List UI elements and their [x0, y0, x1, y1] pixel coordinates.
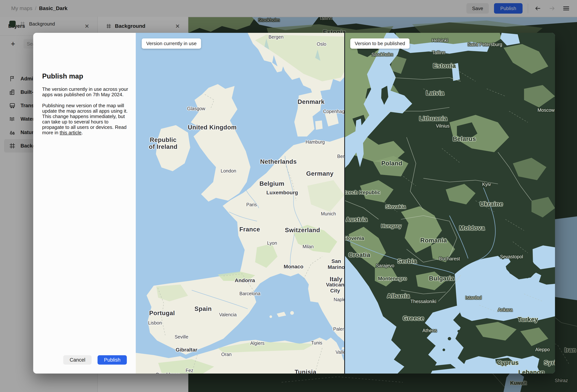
app-screen: My maps / Basic_Dark Save Publish [0, 0, 577, 392]
cancel-button[interactable]: Cancel [63, 355, 92, 365]
dialog-title: Publish map [42, 72, 83, 80]
publish-dialog-panel: Publish map The version currently in use… [33, 33, 136, 374]
new-version-map[interactable]: Version to be published HelsinkiSaint Pe… [345, 33, 555, 374]
dialog-paragraph-1: The version currently in use across your… [42, 87, 129, 97]
this-article-link[interactable]: this article [60, 130, 81, 135]
current-version-chip: Version currently in use [142, 38, 201, 49]
dark-map-svg [345, 33, 555, 374]
dialog-paragraph-2: Publishing new version of the map will u… [42, 103, 129, 135]
dialog-body: The version currently in use across your… [42, 87, 129, 141]
publish-confirm-button[interactable]: Publish [98, 355, 127, 365]
publish-dialog: Publish map The version currently in use… [33, 33, 555, 374]
current-version-map[interactable]: Version currently in use BergenOsloGlasg… [136, 33, 344, 374]
new-version-chip: Version to be published [350, 38, 409, 49]
light-map-svg [136, 33, 344, 374]
dialog-actions: Cancel Publish [63, 355, 127, 365]
